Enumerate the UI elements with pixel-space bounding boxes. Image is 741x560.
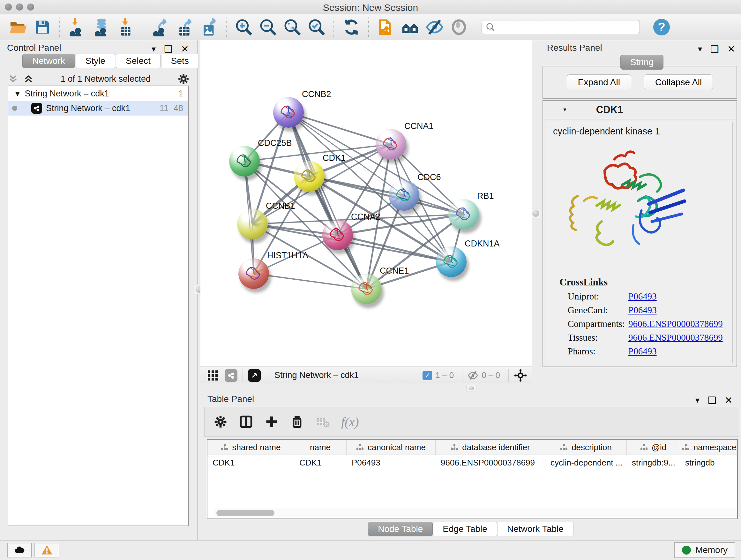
selected-checkbox-icon[interactable]: ✓ <box>422 371 432 380</box>
node-CCNE1[interactable] <box>351 273 382 304</box>
zoom-in-button[interactable] <box>234 17 254 37</box>
tab-select[interactable]: Select <box>116 54 160 68</box>
node-CCNB1[interactable] <box>237 209 268 240</box>
expand-all-icon[interactable] <box>23 73 34 84</box>
table-cell[interactable]: stringdb:9... <box>627 455 680 470</box>
collapse-all-icon[interactable] <box>8 73 18 84</box>
table-settings-gear-icon[interactable] <box>213 415 227 429</box>
scrollbar-thumb[interactable] <box>216 510 274 516</box>
tab-sets[interactable]: Sets <box>161 54 199 68</box>
zoom-out-button[interactable] <box>258 17 278 37</box>
export-network-button[interactable] <box>151 17 171 37</box>
edge-CCNA2-CDKN1A[interactable] <box>338 235 451 262</box>
expand-all-button[interactable]: Expand All <box>567 74 631 90</box>
cloud-status-button[interactable] <box>7 543 32 557</box>
table-horizontal-scrollbar[interactable] <box>214 509 738 517</box>
memory-button[interactable]: Memory <box>674 542 735 558</box>
table-cell[interactable]: stringdb <box>680 455 738 470</box>
network-share-view-icon[interactable] <box>225 369 238 382</box>
column-header-name[interactable]: name <box>294 440 347 455</box>
table-cell[interactable]: P06493 <box>347 455 435 470</box>
network-collection-row[interactable]: ▾ String Network – cdk1 1 <box>8 86 188 101</box>
table-cell[interactable]: CDK1 <box>294 455 347 470</box>
panel-menu-icon[interactable]: ▾ <box>695 395 699 405</box>
column-header-shared-name[interactable]: shared name <box>207 440 294 455</box>
node-CDC6[interactable] <box>389 180 419 211</box>
crosslink-link[interactable]: P06493 <box>628 346 657 357</box>
warning-status-button[interactable] <box>35 543 59 557</box>
annotation-button[interactable] <box>376 17 396 37</box>
export-table-button[interactable] <box>175 17 195 37</box>
node-CCNA2[interactable] <box>322 220 353 250</box>
zoom-fit-button[interactable] <box>282 17 302 37</box>
edge-CCNE1-HIST1H1A[interactable] <box>254 273 366 289</box>
string-protein-query-button[interactable] <box>401 17 420 37</box>
collapse-triangle-icon[interactable]: ▾ <box>15 88 20 99</box>
zoom-selected-button[interactable] <box>307 17 327 37</box>
function-builder-icon[interactable]: f(x) <box>341 415 359 429</box>
import-network-database-button[interactable] <box>91 17 111 37</box>
right-splitter-handle[interactable] <box>531 208 541 219</box>
export-image-button[interactable] <box>199 17 219 37</box>
save-session-button[interactable] <box>32 17 52 37</box>
show-columns-icon[interactable] <box>239 415 253 429</box>
network-row[interactable]: String Network – cdk1 11 48 <box>8 101 188 116</box>
import-network-file-button[interactable] <box>67 17 87 37</box>
panel-float-icon[interactable]: ❑ <box>164 44 173 55</box>
gear-icon[interactable] <box>178 73 190 85</box>
panel-close-icon[interactable]: ✕ <box>181 44 189 55</box>
collapse-all-button[interactable]: Collapse All <box>644 74 713 90</box>
node-table[interactable]: shared namenamecanonical namedatabase id… <box>207 439 738 519</box>
panel-close-icon[interactable]: ✕ <box>727 44 735 55</box>
column-header--id[interactable]: @id <box>627 440 680 455</box>
tab-string[interactable]: String <box>620 55 664 70</box>
edge-CCNB2-CCNA1[interactable] <box>288 112 391 144</box>
panel-close-icon[interactable]: ✕ <box>725 395 733 406</box>
delete-column-trash-icon[interactable] <box>290 415 304 429</box>
gene-header-row[interactable]: ▼ CDK1 <box>543 101 737 119</box>
node-HIST1H1A[interactable] <box>239 258 269 289</box>
panel-menu-icon[interactable]: ▾ <box>698 44 702 54</box>
node-CDKN1A[interactable] <box>436 246 467 277</box>
tab-network-table[interactable]: Network Table <box>497 522 574 537</box>
crosslink-link[interactable]: P06493 <box>628 291 657 302</box>
tab-style[interactable]: Style <box>76 54 115 68</box>
network-canvas[interactable]: CCNB2 CCNA1 CDC25B CDK1 CDC6 RB1CCNB1 CC… <box>200 40 532 367</box>
apply-layout-button[interactable] <box>341 17 361 37</box>
help-button[interactable]: ? <box>653 19 670 36</box>
table-cell[interactable]: cyclin-dependent ... <box>545 455 627 470</box>
node-CCNA1[interactable] <box>376 129 406 160</box>
panel-float-icon[interactable]: ❑ <box>711 44 719 55</box>
tab-node-table[interactable]: Node Table <box>368 522 433 537</box>
detach-view-icon[interactable] <box>248 369 261 382</box>
table-cell[interactable]: CDK1 <box>207 455 294 470</box>
open-session-button[interactable] <box>8 17 28 37</box>
panel-menu-icon[interactable]: ▾ <box>151 44 156 54</box>
column-header-database-identifier[interactable]: database identifier <box>435 440 545 455</box>
crosslink-link[interactable]: 9606.ENSP00000378699 <box>628 332 723 343</box>
tab-edge-table[interactable]: Edge Table <box>433 522 497 537</box>
column-header-description[interactable]: description <box>545 440 627 455</box>
column-header-namespace[interactable]: namespace <box>680 440 738 455</box>
create-column-plus-icon[interactable] <box>265 415 279 429</box>
panel-float-icon[interactable]: ❑ <box>708 395 717 406</box>
preview-button[interactable] <box>449 17 469 37</box>
edge-CCNB2-CCNE1[interactable] <box>288 112 366 289</box>
collapse-triangle-icon[interactable]: ▼ <box>562 107 567 113</box>
node-CCNB2[interactable] <box>273 97 304 128</box>
crosslink-link[interactable]: P06493 <box>628 305 657 315</box>
birds-eye-navigator-icon[interactable] <box>514 369 527 382</box>
node-CDK1[interactable] <box>294 161 325 192</box>
grid-view-icon[interactable] <box>207 369 219 381</box>
crosslink-link[interactable]: 9606.ENSP00000378699 <box>628 319 723 329</box>
delete-table-icon[interactable] <box>316 415 330 429</box>
tab-network[interactable]: Network <box>22 54 75 68</box>
table-row[interactable]: CDK1CDK1P064939606.ENSP00000378699cyclin… <box>207 455 737 470</box>
import-table-file-button[interactable] <box>116 17 136 37</box>
node-CDC25B[interactable] <box>229 146 260 177</box>
column-header-canonical-name[interactable]: canonical name <box>347 440 435 455</box>
show-hide-button[interactable] <box>425 17 445 37</box>
table-cell[interactable]: 9606.ENSP00000378699 <box>435 455 545 470</box>
node-RB1[interactable] <box>448 199 479 230</box>
search-input[interactable] <box>495 22 630 33</box>
